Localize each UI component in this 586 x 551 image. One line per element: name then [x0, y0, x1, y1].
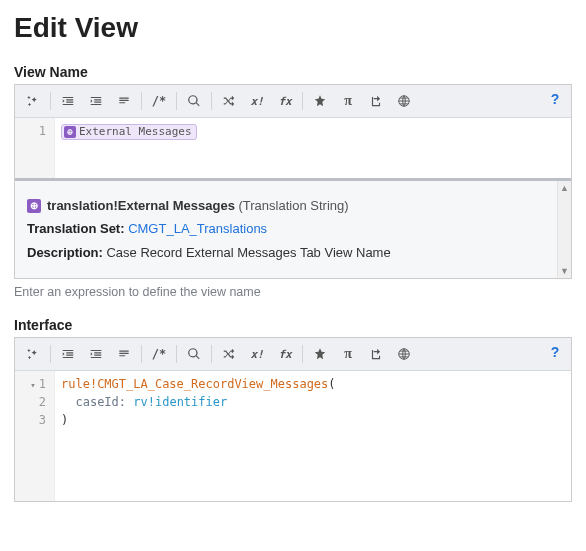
- info-title-name: External Messages: [118, 198, 235, 213]
- search-icon[interactable]: [182, 89, 206, 113]
- pi-icon[interactable]: π: [336, 89, 360, 113]
- editor-toolbar: /* x! fx π ?: [15, 85, 571, 118]
- outdent-icon[interactable]: [56, 89, 80, 113]
- description-value: Case Record External Messages Tab View N…: [106, 245, 390, 260]
- outdent-icon[interactable]: [56, 342, 80, 366]
- comment-icon[interactable]: /*: [147, 342, 171, 366]
- info-title-prefix: translation!: [47, 198, 118, 213]
- page-title: Edit View: [14, 12, 572, 44]
- sparkle-icon[interactable]: [21, 342, 45, 366]
- view-name-label: View Name: [14, 64, 572, 80]
- interface-code-area[interactable]: 1 2 3 rule!CMGT_LA_Case_RecordView_Messa…: [15, 371, 571, 501]
- code-param-key: caseId: [75, 395, 118, 409]
- translation-set-link[interactable]: CMGT_LA_Translations: [128, 221, 267, 236]
- search-icon[interactable]: [182, 342, 206, 366]
- globe-icon[interactable]: [392, 89, 416, 113]
- line-number: 1: [19, 122, 46, 140]
- scroll-down-icon[interactable]: ▼: [558, 264, 571, 278]
- comment-icon[interactable]: /*: [147, 89, 171, 113]
- indent-icon[interactable]: [84, 342, 108, 366]
- fx-icon[interactable]: fx: [273, 342, 297, 366]
- line-gutter: 1: [15, 118, 55, 178]
- line-gutter: 1 2 3: [15, 371, 55, 501]
- help-icon[interactable]: ?: [545, 89, 565, 109]
- translation-set-label: Translation Set: [27, 221, 120, 236]
- info-scrollbar[interactable]: ▲ ▼: [557, 181, 571, 278]
- description-label: Description: [27, 245, 99, 260]
- translation-glyph-icon: ⊕: [27, 199, 41, 213]
- shuffle-icon[interactable]: [217, 89, 241, 113]
- line-number: 3: [19, 411, 46, 429]
- code-content[interactable]: rule!CMGT_LA_Case_RecordView_Messages( c…: [55, 371, 571, 501]
- overwrite-icon[interactable]: x!: [245, 89, 269, 113]
- view-name-editor: /* x! fx π ? 1 ⊕External Messages ▲ ▼ ⊕ …: [14, 84, 572, 279]
- help-icon[interactable]: ?: [545, 342, 565, 362]
- editor-toolbar: /* x! fx π ?: [15, 338, 571, 371]
- export-icon[interactable]: [364, 89, 388, 113]
- info-title: ⊕ translation!External Messages (Transla…: [27, 196, 349, 216]
- view-name-code-area[interactable]: 1 ⊕External Messages: [15, 118, 571, 178]
- line-number: 2: [19, 393, 46, 411]
- interface-editor: /* x! fx π ? 1 2 3 rule!CMGT_LA_Case_Rec…: [14, 337, 572, 502]
- line-number: 1: [19, 375, 46, 393]
- interface-label: Interface: [14, 317, 572, 333]
- pi-icon[interactable]: π: [336, 342, 360, 366]
- format-icon[interactable]: [112, 89, 136, 113]
- translation-token[interactable]: ⊕External Messages: [61, 124, 197, 140]
- info-title-type: (Translation String): [239, 198, 349, 213]
- scroll-up-icon[interactable]: ▲: [558, 181, 571, 195]
- globe-icon[interactable]: [392, 342, 416, 366]
- translation-token-label: External Messages: [79, 125, 192, 139]
- code-content[interactable]: ⊕External Messages: [55, 118, 571, 178]
- info-panel: ▲ ▼ ⊕ translation!External Messages (Tra…: [15, 178, 571, 278]
- star-icon[interactable]: [308, 342, 332, 366]
- sparkle-icon[interactable]: [21, 89, 45, 113]
- code-rv: rv!identifier: [133, 395, 227, 409]
- export-icon[interactable]: [364, 342, 388, 366]
- fx-icon[interactable]: fx: [273, 89, 297, 113]
- translation-glyph-icon: ⊕: [64, 126, 76, 138]
- view-name-hint: Enter an expression to define the view n…: [14, 285, 572, 299]
- shuffle-icon[interactable]: [217, 342, 241, 366]
- format-icon[interactable]: [112, 342, 136, 366]
- code-rule-call: rule!CMGT_LA_Case_RecordView_Messages: [61, 377, 328, 391]
- overwrite-icon[interactable]: x!: [245, 342, 269, 366]
- indent-icon[interactable]: [84, 89, 108, 113]
- star-icon[interactable]: [308, 89, 332, 113]
